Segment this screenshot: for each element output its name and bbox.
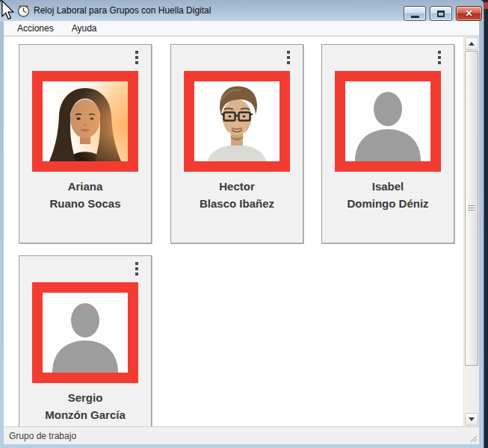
titlebar[interactable]: Reloj Laboral para Grupos con Huella Dig…: [0, 0, 484, 21]
scroll-down-button[interactable]: [465, 413, 478, 426]
member-last-name: Domingo Déniz: [322, 195, 454, 212]
placeholder-avatar-icon: [345, 81, 430, 161]
scroll-up-button[interactable]: [465, 37, 478, 50]
placeholder-avatar-icon: [43, 293, 128, 373]
maximize-button[interactable]: [430, 6, 452, 21]
man-glasses-portrait-photo: [194, 81, 279, 161]
minimize-button[interactable]: [404, 6, 426, 21]
member-last-name: Blasco Ibañez: [171, 195, 303, 212]
client-area: Ariana Ruano Socas: [4, 36, 479, 426]
window-title: Reloj Laboral para Grupos con Huella Dig…: [34, 5, 211, 16]
photo-frame: [32, 282, 138, 383]
app-window: Reloj Laboral para Grupos con Huella Dig…: [0, 0, 484, 448]
member-card[interactable]: Isabel Domingo Déniz: [321, 44, 454, 243]
member-first-name: Hector: [171, 178, 303, 195]
photo-frame: [335, 71, 441, 172]
status-bar: Grupo de trabajo: [4, 426, 479, 444]
member-last-name: Monzón García: [19, 406, 151, 423]
menu-bar: Acciones Ayuda: [4, 21, 479, 36]
clock-icon: [17, 4, 30, 17]
status-text: Grupo de trabajo: [9, 431, 76, 441]
menu-ayuda[interactable]: Ayuda: [64, 22, 105, 35]
member-last-name: Ruano Socas: [19, 195, 151, 212]
photo-frame: [32, 71, 138, 172]
arrow-down-icon: [469, 417, 475, 421]
member-card[interactable]: Sergio Monzón García: [19, 255, 152, 426]
member-name: Ariana Ruano Socas: [19, 178, 151, 212]
minimize-icon: [411, 16, 419, 18]
kebab-menu-icon[interactable]: [132, 262, 141, 277]
caption-buttons: ✕: [404, 6, 482, 21]
woman-portrait-photo: [43, 81, 128, 161]
resize-grip-icon[interactable]: [468, 433, 478, 443]
kebab-menu-icon[interactable]: [132, 51, 141, 66]
photo-frame: [184, 71, 290, 172]
kebab-menu-icon[interactable]: [435, 51, 444, 66]
kebab-menu-icon[interactable]: [284, 51, 293, 66]
maximize-icon: [437, 10, 445, 17]
member-photo: [345, 81, 430, 161]
arrow-up-icon: [469, 42, 475, 46]
member-card[interactable]: Hector Blasco Ibañez: [170, 44, 303, 243]
scrollbar-grip-icon: [469, 205, 475, 211]
member-first-name: Ariana: [19, 178, 151, 195]
member-first-name: Isabel: [322, 178, 454, 195]
member-name: Isabel Domingo Déniz: [322, 178, 454, 212]
close-button[interactable]: ✕: [456, 6, 482, 21]
menu-acciones[interactable]: Acciones: [10, 22, 61, 35]
member-photo: [194, 81, 279, 161]
close-icon: ✕: [465, 8, 472, 19]
member-card[interactable]: Ariana Ruano Socas: [19, 44, 152, 243]
cards-grid: Ariana Ruano Socas: [4, 37, 463, 426]
background-window-fragment: [484, 2, 488, 9]
member-photo: [43, 293, 128, 373]
member-name: Hector Blasco Ibañez: [171, 178, 303, 212]
member-photo: [43, 81, 128, 161]
desktop-background: [483, 0, 488, 448]
scrollbar-thumb[interactable]: [465, 51, 478, 366]
member-name: Sergio Monzón García: [19, 389, 151, 423]
vertical-scrollbar[interactable]: [463, 37, 479, 426]
member-first-name: Sergio: [19, 389, 151, 406]
